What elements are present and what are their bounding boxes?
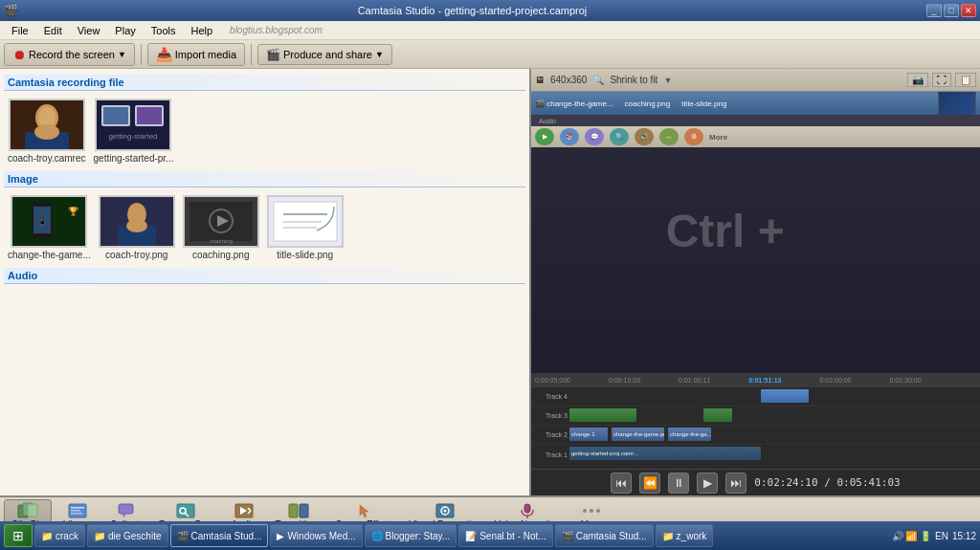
menu-tools[interactable]: Tools [144,23,184,38]
clip-thumb-change-game: 📱 🏆 [11,195,87,248]
taskbar-item-camtasia2[interactable]: 🎬 Camtasia Stud... [555,524,654,547]
svg-point-56 [596,509,600,513]
watermark: blogtius.blogspot.com [230,25,323,35]
record-dropdown-icon[interactable]: ▼ [118,50,126,59]
section-image: Image [4,171,525,187]
list-item[interactable]: coach-troy.camrec [8,99,86,164]
taskbar-item-die-geschite[interactable]: 📁 die Geschite [87,524,168,547]
list-item[interactable]: getting-started getting-started-pr... [94,99,174,164]
clip-label: getting-started-pr... [94,153,174,164]
pause-button[interactable]: ⏸ [668,473,689,494]
svg-rect-37 [119,504,133,514]
clip-panel: Camtasia recording file coach-troy.camre… [0,69,531,495]
start-button[interactable]: ⊞ [4,524,33,547]
maximize-button[interactable]: □ [944,4,959,17]
svg-marker-38 [122,514,126,517]
preview-toolbar: 🖥 640x360 🔍 Shrink to fit ▼ 📷 ⛶ 📋 [531,69,980,92]
taskbar-item-crack[interactable]: 📁 crack [34,524,85,547]
time-display: 0:02:24:10 / 0:05:41:03 [754,476,900,489]
produce-label: Produce and share [283,49,372,60]
clip-label: change-the-game... [8,250,91,260]
clip-bin-icon [17,502,38,519]
list-item[interactable]: title-slide.png [267,195,344,260]
clip-thumb-coach-troy-png [99,195,175,248]
window-controls: _ □ ✕ [926,4,976,17]
zoom-dropdown-icon[interactable]: ▼ [663,76,672,85]
clip-thumb-coaching: coaching [183,195,259,248]
minimize-button[interactable]: _ [926,4,942,17]
list-item[interactable]: coaching coaching.png [183,195,259,260]
list-item[interactable]: 📱 🏆 change-the-game... [8,195,91,260]
clip-label: coach-troy.camrec [8,153,86,164]
preview-full-btn[interactable]: ⛶ [932,73,951,87]
svg-rect-47 [300,504,308,517]
taskbar-item-windows-media[interactable]: ▶ Windows Med... [270,524,362,547]
main-area: Camtasia recording file coach-troy.camre… [0,69,980,495]
time-separator: / [824,476,836,489]
skip-end-button[interactable]: ⏭ [725,473,746,494]
svg-text:🏆: 🏆 [68,206,79,217]
tray-icons: 🔊 📶 🔋 [892,531,932,541]
taskbar-item-blogger[interactable]: 🌐 Blogger: Stay... [365,524,457,547]
preview-panel: 🖥 640x360 🔍 Shrink to fit ▼ 📷 ⛶ 📋 🎬 chan… [531,69,980,495]
list-item[interactable]: coach-troy.png [99,195,175,260]
preview-copy-btn[interactable]: 📋 [955,73,976,87]
title-bar: 🎬 Camtasia Studio - getting-started-proj… [0,0,980,21]
svg-point-4 [34,124,59,140]
taskbar-label: die Geschite [108,531,162,541]
ctrl-watermark: Ctrl + [666,205,785,257]
library-icon [67,502,88,519]
taskbar-icon: 🎬 [562,531,573,541]
taskbar-item-camtasia[interactable]: 🎬 Camtasia Stud... [170,524,269,547]
svg-text:📱: 📱 [38,217,47,226]
recording-grid: coach-troy.camrec getting-started g [4,93,525,169]
app-icon: 🎬 [4,4,18,17]
clip-label: coach-troy.png [105,250,167,260]
svg-rect-52 [524,504,530,513]
preview-snap-btn[interactable]: 📷 [907,73,928,87]
produce-icon: 🎬 [266,48,280,61]
taskbar-item-senal[interactable]: 📝 Senal.bt - Not... [458,524,552,547]
play-button[interactable]: ▶ [697,473,718,494]
close-button[interactable]: ✕ [961,4,976,17]
taskbar-label: Camtasia Stud... [191,531,262,541]
search-icon: 🔍 [592,75,604,85]
voice-narration-icon [517,502,538,519]
callouts-icon [117,502,138,519]
svg-point-55 [590,509,593,513]
menu-view[interactable]: View [70,23,108,38]
time-total: 0:05:41:03 [836,476,900,489]
taskbar-item-zwork[interactable]: 📁 z_work [656,524,714,547]
menu-edit[interactable]: Edit [36,23,70,38]
svg-rect-46 [289,504,298,517]
svg-point-19 [126,219,147,232]
svg-rect-36 [71,513,82,515]
skip-start-button[interactable]: ⏮ [611,473,632,494]
menu-bar: File Edit View Play Tools Help blogtius.… [0,21,980,40]
record-screen-button[interactable]: ⏺ Record the screen ▼ [4,43,135,66]
svg-point-54 [583,509,587,513]
preview-size: 640x360 [550,75,587,85]
menu-file[interactable]: File [4,23,36,38]
import-media-button[interactable]: 📥 Import media [147,43,245,66]
svg-text:coaching: coaching [210,238,233,244]
produce-share-button[interactable]: 🎬 Produce and share ▼ [257,44,392,65]
window-title: Camtasia Studio - getting-started-projec… [18,5,926,16]
clip-content[interactable]: Camtasia recording file coach-troy.camre… [0,69,529,495]
system-tray: 🔊 📶 🔋 EN 15:12 [892,530,977,542]
preview-icon: 🖥 [535,75,545,85]
produce-dropdown-icon[interactable]: ▼ [375,50,384,59]
toolbar-sep-2 [251,44,252,65]
taskbar-icon: ▶ [277,531,284,541]
taskbar-icon: 📁 [662,531,674,541]
svg-text:getting-started: getting-started [109,132,158,141]
section-recording: Camtasia recording file [4,75,525,91]
taskbar-icon: 📝 [465,531,477,541]
tray-lang: EN [935,531,948,541]
image-grid: 📱 🏆 change-the-game... [4,189,525,266]
rewind-button[interactable]: ⏪ [639,473,660,494]
taskbar-icon: 📁 [41,531,53,541]
clip-thumb-coach-troy-camrec [9,99,85,151]
menu-play[interactable]: Play [107,23,143,38]
menu-help[interactable]: Help [183,23,220,38]
